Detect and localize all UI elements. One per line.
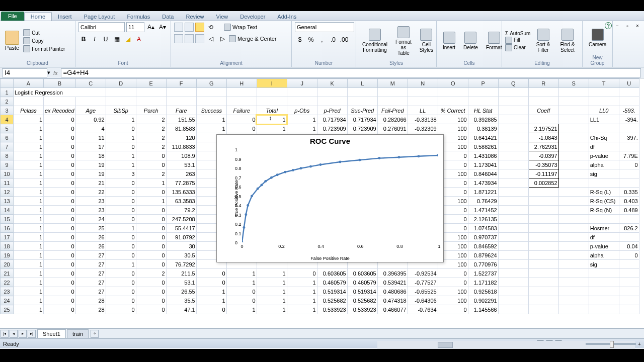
cell[interactable]: 1.173041 xyxy=(468,160,498,169)
close-icon[interactable]: × xyxy=(633,22,642,29)
cell[interactable] xyxy=(619,296,639,305)
cell[interactable] xyxy=(619,233,639,242)
cell[interactable]: 1 xyxy=(287,124,317,133)
row-header-16[interactable]: 16 xyxy=(1,224,14,233)
cell[interactable]: 2.126135 xyxy=(468,215,498,224)
cell[interactable]: 1 xyxy=(106,224,136,233)
cell[interactable]: -0.77527 xyxy=(408,278,438,287)
border-button[interactable]: ▦ xyxy=(112,34,122,44)
cell[interactable]: 1 xyxy=(226,278,257,287)
copy-button[interactable]: Copy xyxy=(23,37,65,44)
cell[interactable]: -0.33138 xyxy=(408,115,438,124)
cell[interactable]: 0 xyxy=(136,224,166,233)
minimize-icon[interactable]: − xyxy=(613,22,622,29)
cell[interactable] xyxy=(287,97,317,106)
cell[interactable] xyxy=(377,97,408,106)
cell[interactable]: 26.55 xyxy=(166,287,196,296)
cell[interactable]: 28 xyxy=(75,296,106,305)
cell[interactable] xyxy=(619,215,639,224)
cell[interactable] xyxy=(558,296,589,305)
cell[interactable] xyxy=(468,88,498,97)
cell[interactable]: 1.431086 xyxy=(468,151,498,160)
cell[interactable]: 0 xyxy=(44,206,76,215)
cell[interactable] xyxy=(498,178,528,188)
cell[interactable]: -1.0843 xyxy=(528,133,558,142)
cell[interactable] xyxy=(166,88,196,97)
cell[interactable]: 1 xyxy=(106,115,136,124)
header-cell[interactable]: Total xyxy=(257,106,287,115)
cell[interactable]: 0.392885 xyxy=(468,115,498,124)
cell[interactable]: 0 xyxy=(44,242,76,251)
cell[interactable]: sig xyxy=(589,169,619,178)
shrink-font-icon[interactable]: A▾ xyxy=(157,22,168,32)
cell[interactable]: 1 xyxy=(14,269,44,278)
fill-color-button[interactable]: ◢ xyxy=(123,34,133,44)
cell[interactable]: LL1 xyxy=(589,115,619,124)
zoom-in-icon[interactable]: + xyxy=(638,341,641,347)
cell[interactable]: 2 xyxy=(136,169,166,178)
cell[interactable] xyxy=(528,278,558,287)
cell[interactable] xyxy=(558,197,589,206)
row-header-7[interactable]: 7 xyxy=(1,142,14,151)
cell[interactable]: 1 xyxy=(257,278,287,287)
cell[interactable] xyxy=(528,260,558,269)
cell[interactable]: 0.276091 xyxy=(377,124,408,133)
cell[interactable] xyxy=(619,269,639,278)
cell[interactable] xyxy=(528,233,558,242)
cell[interactable]: 4 xyxy=(75,124,106,133)
column-header-E[interactable]: E xyxy=(136,79,166,88)
header-cell[interactable]: Success xyxy=(196,106,226,115)
cell[interactable]: 1 xyxy=(257,296,287,305)
cell[interactable]: -0.0397 xyxy=(528,151,558,160)
cell[interactable]: 19 xyxy=(75,160,106,169)
cell[interactable]: 1 xyxy=(14,142,44,151)
cell[interactable]: 0.460579 xyxy=(317,278,347,287)
cell[interactable]: -0.35073 xyxy=(528,160,558,169)
cell[interactable] xyxy=(619,97,639,106)
cell[interactable]: 0.403 xyxy=(619,197,639,206)
insert-cells-button[interactable]: Insert xyxy=(440,31,458,51)
horizontal-scrollbar[interactable] xyxy=(377,341,635,349)
cell[interactable]: 0 xyxy=(44,188,76,197)
font-name-select[interactable] xyxy=(78,22,125,32)
row-header-18[interactable]: 18 xyxy=(1,242,14,251)
cell[interactable]: 397. xyxy=(619,133,639,142)
cell[interactable] xyxy=(106,88,136,97)
formula-bar[interactable] xyxy=(61,68,641,77)
cell[interactable]: 1 xyxy=(196,124,226,133)
cell[interactable]: p-value xyxy=(589,151,619,160)
cell[interactable]: 1 xyxy=(14,251,44,260)
format-painter-button[interactable]: Format Painter xyxy=(23,45,65,52)
cell[interactable]: 0.466077 xyxy=(377,305,408,314)
cell[interactable] xyxy=(347,97,377,106)
cell[interactable]: 21 xyxy=(75,178,106,188)
cell[interactable] xyxy=(589,88,619,97)
number-format-select[interactable] xyxy=(295,22,354,32)
cell[interactable]: 0 xyxy=(226,287,257,296)
cell[interactable]: 1.473934 xyxy=(468,178,498,188)
cell[interactable]: 0 xyxy=(44,287,76,296)
cell[interactable]: Chi-Sq xyxy=(589,133,619,142)
title-cell[interactable]: Logistic Regression xyxy=(14,88,106,97)
cell[interactable] xyxy=(528,296,558,305)
cell[interactable] xyxy=(498,287,528,296)
camera-button[interactable]: Camera xyxy=(586,28,610,48)
cell[interactable]: 151.55 xyxy=(166,115,196,124)
merge-center-button[interactable]: Merge & Center xyxy=(237,36,277,42)
cell[interactable] xyxy=(468,97,498,106)
column-header-U[interactable]: U xyxy=(619,79,639,88)
cell[interactable]: 0 xyxy=(106,197,136,206)
cell[interactable]: 211.5 xyxy=(166,269,196,278)
cell[interactable]: 120 xyxy=(166,133,196,142)
cell[interactable] xyxy=(257,88,287,97)
cell[interactable]: 23 xyxy=(75,206,106,215)
cell[interactable]: 0 xyxy=(106,305,136,314)
cell[interactable]: 247.5208 xyxy=(166,215,196,224)
cell[interactable] xyxy=(347,88,377,97)
cell[interactable] xyxy=(558,269,589,278)
tab-view[interactable]: View xyxy=(210,13,234,21)
cell[interactable]: 0.723909 xyxy=(317,124,347,133)
cell[interactable]: 1 xyxy=(14,296,44,305)
cell[interactable]: 0 xyxy=(136,151,166,160)
cell[interactable]: -0.64306 xyxy=(408,296,438,305)
